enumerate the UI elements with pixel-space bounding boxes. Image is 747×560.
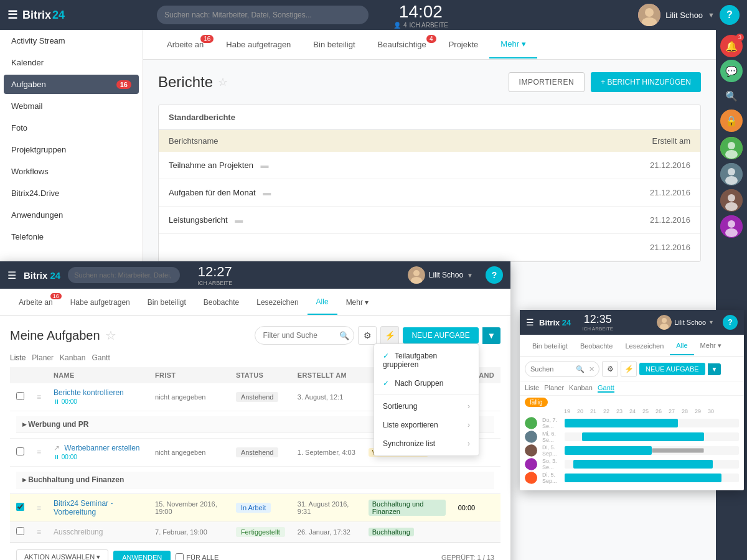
view-mode-gantt[interactable]: Gantt [92,353,110,362]
gantt-new-task-btn[interactable]: NEUE AUFGABE [639,363,705,375]
tab-projekte[interactable]: Projekte [438,31,490,58]
gantt-view-kanban[interactable]: Kanban [569,384,593,393]
tab-w2-bin[interactable]: Bin beteiligt [139,291,195,314]
tab-bin-beteiligt[interactable]: Bin beteiligt [302,31,366,58]
row-menu-icon[interactable]: ≡ [37,393,41,401]
row-checkbox[interactable] [16,527,24,535]
apply-button[interactable]: ANWENDEN [113,551,171,561]
dropdown-item-teilaufgaben[interactable]: ✓ Teilaufgaben gruppieren [374,347,479,374]
view-mode-planer[interactable]: Planer [32,353,54,362]
gantt-tab-alle[interactable]: Alle [670,337,693,355]
row-menu-icon[interactable]: ≡ [37,528,41,536]
view-mode-kanban[interactable]: Kanban [60,353,85,362]
gantt-view-gantt[interactable]: Gantt [598,384,614,393]
tab-w2-beobachte[interactable]: Beobachte [195,291,248,314]
search-input-w2[interactable] [68,267,180,283]
sidebar-item-kalender[interactable]: Kalender [0,52,143,73]
task-name-link[interactable]: Werbebanner erstellen [64,444,139,452]
group-toggle-icon[interactable]: ▸ [22,475,26,484]
group-toggle-icon[interactable]: ▸ [22,420,26,429]
hamburger-icon[interactable]: ☰ [7,8,17,22]
sidebar-item-workflows[interactable]: Workflows [0,161,143,182]
sidebar-item-activity-stream[interactable]: Activity Stream [0,30,143,52]
gantt-clear-icon[interactable]: ✕ [589,365,594,373]
status-filter-badge[interactable]: fällig [525,398,548,407]
help-btn-gantt[interactable]: ? [723,315,738,330]
gantt-avatar-2[interactable] [525,431,540,443]
gantt-view-liste[interactable]: Liste [525,384,539,393]
row-checkbox[interactable] [16,503,24,511]
dropdown-item-sortierung[interactable]: Sortierung › [374,397,479,416]
gantt-new-task-arrow[interactable]: ▼ [708,363,721,375]
action-select-button[interactable]: AKTION AUSWÄHLEN ▾ [16,549,108,560]
tab-arbeite-an[interactable]: Arbeite an 16 [156,31,215,58]
chevron-gantt[interactable]: ▼ [708,319,714,325]
user-avatar[interactable] [638,4,660,26]
chevron-down-icon[interactable]: ▼ [708,11,715,19]
gantt-avatar-4[interactable] [525,458,540,470]
contact-avatar-4[interactable] [720,215,743,238]
task-name-link[interactable]: Bitrix24 Seminar - Vorbereitung [54,499,113,516]
tab-mehr[interactable]: Mehr ▾ [489,30,537,58]
avatar-w2[interactable] [408,266,425,284]
flash-icon-btn[interactable]: ⚡ [380,326,399,345]
task-name-link[interactable]: Berichte kontrollieren [54,388,124,397]
tab-beaufsichtige[interactable]: Beaufsichtige 4 [367,31,438,58]
tab-w2-arbeite[interactable]: Arbeite an 16 [10,291,62,314]
hamburger-icon-w2[interactable]: ☰ [7,269,16,281]
gantt-avatar-5[interactable] [525,472,540,484]
sidebar-item-telefonie[interactable]: Telefonie [0,226,143,248]
task-name-link[interactable]: Ausschreibung [54,528,103,536]
add-report-button[interactable]: + BERICHT HINZUFÜGEN [591,72,701,92]
dropdown-item-nach-gruppen[interactable]: ✓ Nach Gruppen [374,374,479,393]
chat-button[interactable]: 💬 [720,60,743,82]
help-btn-w2[interactable]: ? [486,266,503,284]
gantt-avatar-1[interactable] [525,417,540,429]
contact-avatar-3[interactable] [720,189,743,212]
import-button[interactable]: IMPORTIEREN [509,72,585,92]
row-name[interactable]: Aufgaben für den Monat ▬ [159,179,521,207]
gantt-flash-btn[interactable]: ⚡ [621,361,637,377]
dropdown-item-liste-exportieren[interactable]: Liste exportieren › [374,416,479,434]
gantt-tab-lesezeichen[interactable]: Lesezeichen [619,337,670,355]
row-name[interactable]: Teilnahme an Projekten ▬ [159,152,521,179]
tab-w2-alle[interactable]: Alle [308,290,337,315]
help-button[interactable]: ? [720,5,740,25]
gantt-tab-mehr[interactable]: Mehr ▾ [694,337,728,355]
view-mode-liste[interactable]: Liste [10,353,26,362]
contact-avatar-1[interactable] [720,137,743,159]
notification-button[interactable]: 🔔 3 [720,35,743,57]
gantt-view-planer[interactable]: Planer [544,384,564,393]
sidebar-search-button[interactable]: 🔍 [720,85,743,107]
lock-button[interactable]: 🔒 [720,110,743,132]
dropdown-item-synchronize[interactable]: Synchronize list › [374,434,479,453]
search-input[interactable] [157,6,369,24]
row-menu-icon[interactable]: ≡ [37,503,41,512]
sidebar-item-webmail[interactable]: Webmail [0,95,143,117]
row-name[interactable]: Leistungsbericht ▬ [159,207,521,234]
gantt-tab-bin[interactable]: Bin beteiligt [526,337,574,355]
sidebar-item-aufgaben[interactable]: Aufgaben 16 [4,75,139,94]
sidebar-item-projektgruppen[interactable]: Projektgruppen [0,139,143,161]
hamburger-icon-gantt[interactable]: ☰ [526,317,534,327]
sidebar-item-foto[interactable]: Foto [0,117,143,139]
gantt-search-input[interactable] [525,361,599,377]
sidebar-item-bitrix24drive[interactable]: Bitrix24.Drive [0,182,143,204]
row-name[interactable] [159,234,521,261]
tab-w2-lesezeichen[interactable]: Lesezeichen [248,291,307,314]
star-icon[interactable]: ☆ [218,75,228,89]
gantt-settings-btn[interactable]: ⚙ [602,361,618,377]
row-menu-icon[interactable]: ≡ [37,448,41,457]
new-task-button[interactable]: NEUE AUFGABE [403,327,478,343]
chevron-w2[interactable]: ▼ [467,272,473,279]
contact-avatar-2[interactable] [720,163,743,185]
sidebar-item-anwendungen[interactable]: Anwendungen [0,204,143,226]
tab-w2-habe[interactable]: Habe aufgetragen [62,291,139,314]
tab-habe-aufgetragen[interactable]: Habe aufgetragen [215,31,302,58]
gantt-tab-beobachte[interactable]: Beobachte [574,337,619,355]
new-task-arrow-button[interactable]: ▼ [482,327,500,344]
gantt-avatar-3[interactable] [525,444,540,457]
row-checkbox[interactable] [16,392,24,400]
row-checkbox[interactable] [16,447,24,455]
for-all-checkbox[interactable] [176,553,184,560]
